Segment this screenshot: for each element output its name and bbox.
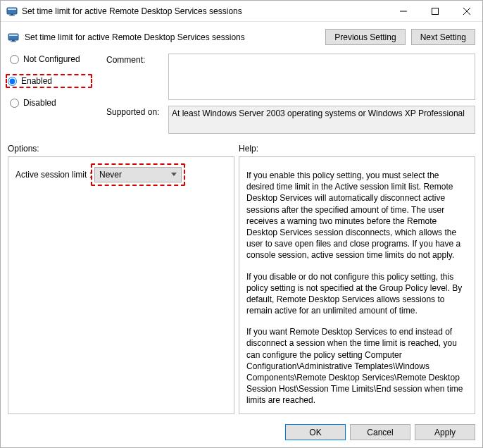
radio-disabled-label: Disabled [23,98,56,108]
radio-disabled[interactable]: Disabled [8,97,92,108]
maximize-button[interactable] [419,1,451,21]
fields-column: Comment: Supported on: At least Windows … [106,54,475,134]
radio-not-configured-input[interactable] [10,55,19,64]
radio-not-configured[interactable]: Not Configured [8,54,92,65]
svg-rect-2 [11,14,13,15]
active-session-limit-row: Active session limit : Never [15,167,227,182]
comment-input[interactable] [168,54,475,100]
radio-enabled-input[interactable] [8,77,17,86]
help-panel: If you enable this policy setting, you m… [239,156,475,414]
previous-setting-button[interactable]: Previous Setting [325,29,405,45]
svg-rect-5 [432,8,438,14]
supported-label: Supported on: [106,106,164,117]
active-session-limit-select-wrap: Never [94,167,182,182]
window-title: Set time limit for active Remote Desktop… [22,6,387,16]
footer: OK Cancel Apply [1,418,482,447]
active-session-limit-select[interactable]: Never [94,167,182,182]
header-row: Set time limit for active Remote Desktop… [1,22,482,54]
apply-button[interactable]: Apply [415,424,475,440]
comment-label: Comment: [106,54,164,65]
help-paragraph: If you disable or do not configure this … [246,271,468,317]
options-panel: Active session limit : Never [8,156,234,414]
policy-icon [8,32,19,43]
help-paragraph: If you want Remote Desktop Services to e… [246,326,468,406]
svg-rect-3 [9,15,15,15]
options-label: Options: [8,144,239,154]
supported-on-text: At least Windows Server 2003 operating s… [168,106,475,134]
state-column: Not Configured Enabled Disabled [8,54,92,134]
section-labels: Options: Help: [1,139,482,156]
radio-not-configured-label: Not Configured [23,54,80,64]
radio-enabled-label: Enabled [21,76,52,86]
svg-rect-8 [12,40,15,42]
radio-disabled-input[interactable] [10,99,19,108]
svg-rect-1 [8,8,16,10]
minimize-button[interactable] [387,1,419,21]
titlebar: Set time limit for active Remote Desktop… [1,1,482,22]
window: Set time limit for active Remote Desktop… [0,0,483,448]
window-controls [387,1,482,21]
help-label: Help: [239,144,475,154]
active-session-limit-label: Active session limit : [15,170,92,180]
cancel-button[interactable]: Cancel [350,424,410,440]
supported-row: Supported on: At least Windows Server 20… [106,106,475,134]
help-paragraph: If you enable this policy setting, you m… [246,170,468,261]
svg-rect-4 [400,11,407,11]
config-area: Not Configured Enabled Disabled Comment:… [1,54,482,139]
next-setting-button[interactable]: Next Setting [411,29,475,45]
close-button[interactable] [451,1,482,21]
radio-enabled[interactable]: Enabled [6,74,92,88]
help-text-scroll[interactable]: If you enable this policy setting, you m… [239,157,475,413]
comment-row: Comment: [106,54,475,100]
panels-row: Active session limit : Never If you enab… [1,156,482,418]
policy-title: Set time limit for active Remote Desktop… [25,32,320,42]
svg-rect-9 [11,41,16,42]
svg-rect-7 [9,35,18,36]
app-icon [6,6,18,17]
ok-button[interactable]: OK [285,424,346,440]
